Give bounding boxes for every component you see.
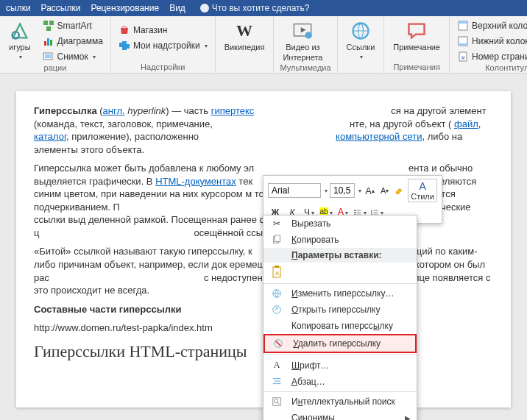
font-icon: A [269,360,284,371]
group-illustrations-label: рации [6,63,105,74]
page-number-button[interactable]: #Номер страницы▾ [456,50,527,63]
menu-paragraph[interactable]: Абзац… [264,374,417,390]
link-catalog[interactable]: каталог [34,131,66,142]
svg-text:A: A [275,270,280,277]
shapes-button[interactable]: игуры▾ [6,19,34,63]
footer-icon [457,35,469,47]
my-addins-button[interactable]: Мои надстройки▾ [117,39,209,52]
group-media-label: Мультимедиа [280,63,330,74]
svg-point-21 [354,212,356,213]
page-number-icon: # [457,51,469,63]
svg-point-12 [305,32,312,38]
font-size-input[interactable] [330,183,355,198]
comment-icon [406,21,427,41]
header-icon [457,20,469,32]
menu-copy[interactable]: ККопироватьопировать [264,232,417,248]
menu-remove-hyperlink[interactable]: Удалить гиперссылку [264,334,417,353]
comment-button[interactable]: Примечание [390,19,443,53]
shapes-icon [10,21,30,41]
tab-review[interactable]: Рецензирование [91,3,159,13]
paragraph-icon [269,377,284,387]
link-network[interactable]: компьютерной сети [336,131,422,142]
svg-rect-6 [47,38,49,46]
menu-edit-hyperlink[interactable]: Изменить гиперссылку… [264,285,417,302]
globe-link-icon [269,288,284,299]
wikipedia-icon: W [234,21,255,41]
link-file[interactable]: файл [454,118,478,129]
open-link-icon [269,305,284,315]
grow-font-button[interactable]: A▴ [364,183,376,198]
menu-paste-keepsource[interactable]: A [264,263,417,282]
footer-button[interactable]: Нижний колонтитул▾ [456,35,527,48]
tab-bar: сылки Рассылки Рецензирование Вид Что вы… [0,0,527,16]
chart-icon [43,35,54,47]
tab-view[interactable]: Вид [169,3,185,13]
menu-copy-hyperlink[interactable]: Копировать гиперссылку [264,318,417,334]
shapes-label: игуры [9,43,31,51]
tell-me-text: Что вы хотите сделать? [212,3,310,13]
styles-button[interactable]: АСтили [408,179,437,202]
tab-links[interactable]: сылки [6,3,31,13]
svg-rect-7 [50,40,52,46]
clipboard-icon: A [269,266,284,279]
tell-me[interactable]: Что вы хотите сделать? [200,3,310,13]
lookup-icon [269,396,284,407]
svg-rect-27 [275,235,280,242]
screenshot-icon [43,51,54,63]
menu-smart-lookup[interactable]: Интеллектуальный поиск [264,394,417,410]
chevron-right-icon: ▶ [405,414,411,421]
svg-point-20 [354,210,356,211]
svg-rect-9 [45,54,51,58]
link-engl[interactable]: англ. [103,105,125,116]
svg-rect-15 [459,21,467,24]
header-button[interactable]: Верхний колонтитул▾ [456,19,527,32]
svg-rect-17 [459,43,467,46]
smartart-icon [43,20,54,32]
copy-icon [269,235,284,245]
svg-point-32 [273,306,281,314]
menu-cut[interactable]: ✂Вырезать [264,216,417,232]
shrink-font-button[interactable]: A▾ [378,183,391,198]
store-button[interactable]: Магазин [117,24,209,37]
format-painter-button[interactable] [393,183,406,198]
svg-text:#: # [461,54,465,61]
links-button[interactable]: Ссылки▾ [344,19,378,63]
link-icon [350,21,371,41]
tab-mailings[interactable]: Рассылки [41,3,81,13]
svg-rect-2 [43,21,48,25]
menu-font[interactable]: AШрифт… [264,357,417,374]
menu-open-hyperlink[interactable]: Открыть гиперссылку [264,302,417,318]
group-headerfooter-label: Колонтитулы [456,63,527,74]
store-icon [119,24,130,36]
ribbon: игуры▾ SmartArt Диаграмма Снимок▾ рации … [0,16,527,74]
chart-button[interactable]: Диаграмма [41,35,105,48]
menu-synonyms[interactable]: Синонимы▶ [264,410,417,420]
link-hypertext[interactable]: гипертекс [211,105,255,116]
wikipedia-button[interactable]: W Википедия [222,19,268,53]
link-html-docs[interactable]: HTML-документах [155,176,236,187]
svg-marker-11 [301,27,306,32]
group-comments-label: Примечания [390,63,443,73]
remove-link-icon [271,338,286,349]
smartart-button[interactable]: SmartArt [41,19,105,32]
group-addins-label: Надстройки [117,63,209,73]
online-video-button[interactable]: Видео из Интернета [280,19,325,63]
svg-rect-5 [44,41,46,46]
svg-marker-0 [13,24,26,38]
font-name-input[interactable] [268,183,321,198]
video-icon [292,21,313,41]
svg-rect-29 [275,266,279,268]
context-menu: ✂Вырезать ККопироватьопировать Параметры… [263,215,417,420]
para-1: Гиперссылка (англ. hyperlink) — часть ги… [34,104,493,156]
cut-icon: ✂ [269,218,284,229]
addins-icon [119,40,130,51]
lightbulb-icon [200,4,209,13]
screenshot-button[interactable]: Снимок▾ [41,50,105,63]
menu-paste-options: Параметры вставки: [264,248,417,263]
svg-rect-3 [49,21,54,25]
svg-rect-4 [46,26,51,31]
